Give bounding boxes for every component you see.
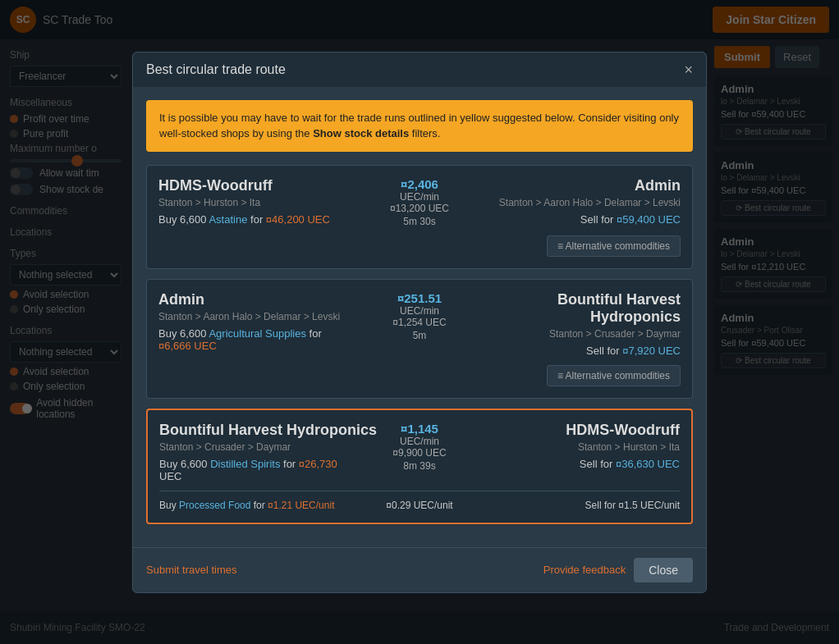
alt-commodities-btn-0[interactable]: ≡ Alternative commodities — [547, 235, 681, 257]
alt-commodities-btn-1[interactable]: ≡ Alternative commodities — [547, 365, 681, 386]
trade-from-route-2: Stanton > Crusader > Daymar — [159, 441, 383, 453]
trade-sell-price-1: Sell for ¤7,920 UEC — [456, 345, 681, 357]
trade-time-2: 8m 39s — [392, 460, 446, 472]
sub-buy-commodity-2[interactable]: Processed Food — [179, 500, 250, 511]
modal: Best circular trade route × It is possib… — [132, 52, 707, 593]
trade-uec-1: UEC/min — [392, 305, 446, 317]
trade-buy-line-0: Buy 6,600 Astatine for ¤46,200 UEC — [158, 213, 380, 226]
trade-card-1-to: Bountiful HarvestHydroponics Stanton > C… — [456, 291, 681, 357]
modal-title: Best circular trade route — [146, 62, 286, 77]
trade-sell-value-0: ¤59,400 UEC — [617, 213, 681, 226]
close-modal-button[interactable]: Close — [634, 558, 693, 582]
trade-profit-0: ¤2,406 — [390, 177, 449, 191]
sub-center-2: ¤0.29 UEC/unit — [386, 500, 452, 511]
trade-buy-line-1: Buy 6,600 Agricultural Supplies for ¤6,6… — [158, 327, 383, 352]
modal-close-button[interactable]: × — [684, 62, 693, 77]
trade-card-1: Admin Stanton > Aaron Halo > Delamar > L… — [146, 279, 693, 399]
trade-to-location-2: HDMS-Woodruff — [456, 422, 680, 439]
warning-text: It is possible you may have to wait for … — [159, 112, 679, 140]
sub-sell-2: Sell for ¤1.5 UEC/unit — [463, 500, 680, 511]
trade-profit-2: ¤1,145 — [392, 422, 446, 436]
trade-card-0-main: HDMS-Woodruff Stanton > Hurston > Ita Bu… — [158, 177, 681, 227]
modal-overlay: Best circular trade route × It is possib… — [0, 0, 839, 644]
trade-card-2: Bountiful Harvest Hydroponics Stanton > … — [146, 409, 693, 524]
modal-footer: Submit travel times Provide feedback Clo… — [133, 547, 706, 592]
trade-card-1-main: Admin Stanton > Aaron Halo > Delamar > L… — [158, 291, 681, 357]
trade-card-0-to: Admin Stanton > Aaron Halo > Delamar > L… — [459, 177, 681, 226]
trade-card-1-center: ¤251.51 UEC/min ¤1,254 UEC 5m — [392, 291, 446, 341]
trade-to-location-0: Admin — [459, 177, 681, 194]
trade-buy-unit-2: UEC — [159, 470, 181, 482]
trade-sell-price-2: Sell for ¤36,630 UEC — [456, 458, 680, 470]
trade-sell-price-0: Sell for ¤59,400 UEC — [459, 213, 681, 226]
trade-from-location-1: Admin — [158, 291, 383, 308]
trade-sell-value-2: ¤36,630 UEC — [616, 458, 680, 470]
modal-header: Best circular trade route × — [133, 53, 706, 87]
trade-total-1: ¤1,254 UEC — [392, 317, 446, 328]
trade-sub-row-2: Buy Processed Food for ¤1.21 UEC/unit ¤0… — [159, 491, 680, 511]
trade-buy-price-0: ¤46,200 UEC — [266, 213, 330, 226]
trade-total-2: ¤9,900 UEC — [392, 447, 446, 459]
trade-buy-price-2: ¤26,730 — [299, 458, 337, 470]
trade-profit-1: ¤251.51 — [392, 291, 446, 305]
sub-sell-value-2: ¤1.5 UEC/unit — [618, 500, 680, 511]
trade-from-route-0: Stanton > Hurston > Ita — [158, 197, 380, 208]
trade-to-location-1: Bountiful HarvestHydroponics — [456, 291, 681, 326]
trade-card-0-from: HDMS-Woodruff Stanton > Hurston > Ita Bu… — [158, 177, 380, 226]
trade-uec-0: UEC/min — [390, 191, 449, 203]
trade-card-0: HDMS-Woodruff Stanton > Hurston > Ita Bu… — [146, 165, 693, 269]
trade-to-route-2: Stanton > Hurston > Ita — [456, 441, 680, 453]
trade-uec-2: UEC/min — [392, 436, 446, 447]
trade-buy-commodity-1[interactable]: Agricultural Supplies — [209, 327, 306, 340]
trade-card-2-to: HDMS-Woodruff Stanton > Hurston > Ita Se… — [456, 422, 680, 470]
warning-link-text: Show stock details — [313, 127, 409, 139]
trade-to-route-1: Stanton > Crusader > Daymar — [456, 328, 681, 340]
trade-card-2-from: Bountiful Harvest Hydroponics Stanton > … — [159, 422, 383, 482]
modal-body: It is possible you may have to wait for … — [133, 87, 706, 547]
provide-feedback-button[interactable]: Provide feedback — [543, 564, 626, 576]
sub-buy-price-2: ¤1.21 UEC/unit — [268, 500, 334, 511]
warning-banner: It is possible you may have to wait for … — [146, 100, 693, 152]
trade-buy-commodity-0[interactable]: Astatine — [209, 213, 247, 226]
trade-to-route-0: Stanton > Aaron Halo > Delamar > Levski — [459, 197, 681, 208]
trade-time-1: 5m — [392, 330, 446, 341]
trade-card-2-main: Bountiful Harvest Hydroponics Stanton > … — [159, 422, 680, 482]
trade-from-location-2: Bountiful Harvest Hydroponics — [159, 422, 383, 439]
trade-buy-commodity-2[interactable]: Distilled Spirits — [210, 458, 280, 470]
trade-from-route-1: Stanton > Aaron Halo > Delamar > Levski — [158, 311, 383, 322]
footer-right: Provide feedback Close — [543, 558, 693, 582]
trade-card-0-center: ¤2,406 UEC/min ¤13,200 UEC 5m 30s — [390, 177, 449, 227]
trade-card-1-from: Admin Stanton > Aaron Halo > Delamar > L… — [158, 291, 383, 352]
trade-buy-price-1: ¤6,666 UEC — [158, 340, 217, 352]
trade-buy-line-2: Buy 6,600 Distilled Spirits for ¤26,730 … — [159, 458, 383, 482]
trade-from-location-0: HDMS-Woodruff — [158, 177, 380, 194]
trade-sell-value-1: ¤7,920 UEC — [622, 345, 681, 357]
trade-card-2-center: ¤1,145 UEC/min ¤9,900 UEC 8m 39s — [392, 422, 446, 472]
trade-total-0: ¤13,200 UEC — [390, 203, 449, 214]
sub-buy-2: Buy Processed Food for ¤1.21 UEC/unit — [159, 500, 376, 511]
trade-time-0: 5m 30s — [390, 216, 449, 227]
submit-travel-button[interactable]: Submit travel times — [146, 564, 237, 576]
